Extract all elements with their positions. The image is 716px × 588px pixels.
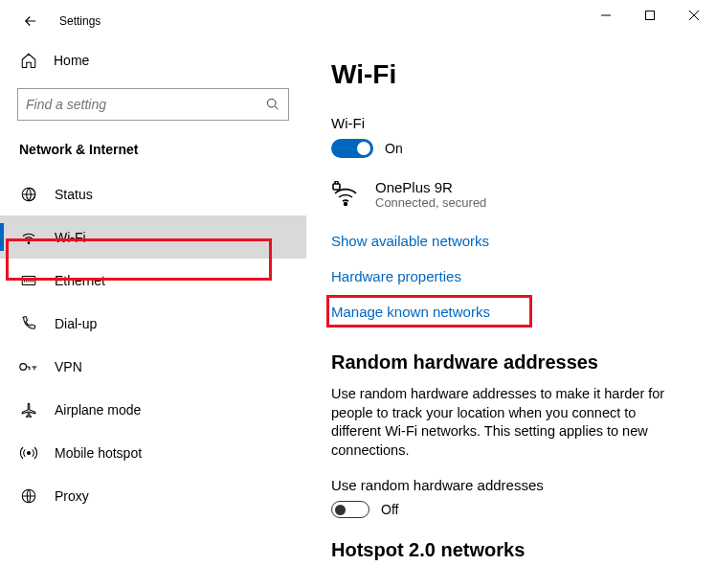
- home-icon: [20, 52, 37, 69]
- link-manage-networks[interactable]: Manage known networks: [331, 301, 678, 323]
- sidebar-item-label: Mobile hotspot: [55, 445, 142, 461]
- svg-point-12: [345, 203, 347, 206]
- random-toggle[interactable]: [331, 501, 369, 518]
- sidebar-item-label: VPN: [55, 359, 82, 374]
- close-icon: [689, 11, 699, 20]
- maximize-icon: [645, 11, 655, 20]
- hotspot-icon: [20, 444, 37, 462]
- svg-point-7: [28, 241, 30, 243]
- svg-point-4: [267, 99, 276, 107]
- sidebar-item-label: Airplane mode: [55, 402, 141, 418]
- wifi-toggle-state: On: [385, 141, 403, 156]
- category-title: Network & Internet: [17, 138, 289, 172]
- svg-rect-1: [646, 11, 655, 20]
- sidebar-item-vpn[interactable]: VPN: [0, 345, 306, 388]
- sidebar-item-label: Status: [55, 187, 93, 202]
- dialup-icon: [20, 315, 37, 332]
- svg-rect-13: [333, 184, 340, 190]
- random-body: Use random hardware addresses to make it…: [331, 385, 678, 460]
- page-title: Wi-Fi: [331, 59, 678, 90]
- sidebar-item-status[interactable]: Status: [0, 172, 306, 215]
- main-content: Wi-Fi Wi-Fi On OnePlus 9R Connected, sec…: [306, 42, 716, 588]
- link-available-networks[interactable]: Show available networks: [331, 230, 678, 252]
- back-button[interactable]: [17, 8, 44, 34]
- sidebar-item-wifi[interactable]: Wi-Fi: [0, 215, 306, 259]
- random-toggle-state: Off: [381, 502, 398, 517]
- arrow-left-icon: [22, 12, 39, 30]
- minimize-icon: [601, 11, 611, 20]
- sidebar-item-ethernet[interactable]: Ethernet: [0, 259, 306, 302]
- sidebar-item-label: Proxy: [55, 488, 89, 504]
- random-heading: Random hardware addresses: [331, 351, 678, 373]
- hotspot-heading: Hotspot 2.0 networks: [331, 539, 678, 561]
- sidebar-item-label: Ethernet: [55, 273, 105, 288]
- search-input[interactable]: [26, 97, 265, 112]
- search-icon: [265, 97, 280, 112]
- wifi-toggle-label: Wi-Fi: [331, 115, 678, 131]
- sidebar-item-label: Dial-up: [55, 316, 97, 331]
- link-hardware-properties[interactable]: Hardware properties: [331, 265, 678, 287]
- minimize-button[interactable]: [584, 0, 628, 31]
- ethernet-icon: [20, 272, 37, 289]
- svg-line-5: [275, 106, 278, 109]
- maximize-button[interactable]: [628, 0, 672, 31]
- sidebar-item-proxy[interactable]: Proxy: [0, 474, 306, 517]
- wifi-icon: [20, 229, 37, 246]
- random-toggle-label: Use random hardware addresses: [331, 477, 678, 493]
- status-icon: [20, 186, 37, 203]
- sidebar: Home Network & Internet Status Wi-Fi Eth…: [0, 42, 306, 588]
- vpn-icon: [19, 360, 38, 373]
- wifi-toggle[interactable]: [331, 139, 373, 158]
- home-button[interactable]: Home: [17, 42, 289, 82]
- sidebar-item-airplane[interactable]: Airplane mode: [0, 388, 306, 431]
- sidebar-item-dialup[interactable]: Dial-up: [0, 302, 306, 345]
- proxy-icon: [20, 487, 37, 505]
- window-controls: [584, 0, 716, 31]
- home-label: Home: [54, 53, 89, 68]
- airplane-icon: [20, 401, 37, 418]
- sidebar-item-hotspot[interactable]: Mobile hotspot: [0, 431, 306, 474]
- wifi-secured-icon: [331, 181, 360, 208]
- network-name: OnePlus 9R: [375, 179, 486, 195]
- close-button[interactable]: [672, 0, 716, 31]
- nav-list: Status Wi-Fi Ethernet Dial-up VPN Airpla…: [0, 172, 306, 517]
- sidebar-item-label: Wi-Fi: [55, 230, 86, 245]
- search-box[interactable]: [17, 88, 289, 121]
- svg-point-9: [20, 363, 27, 370]
- svg-point-10: [28, 451, 31, 454]
- network-status: Connected, secured: [375, 195, 486, 210]
- window-title: Settings: [59, 14, 101, 28]
- connected-network[interactable]: OnePlus 9R Connected, secured: [331, 179, 678, 211]
